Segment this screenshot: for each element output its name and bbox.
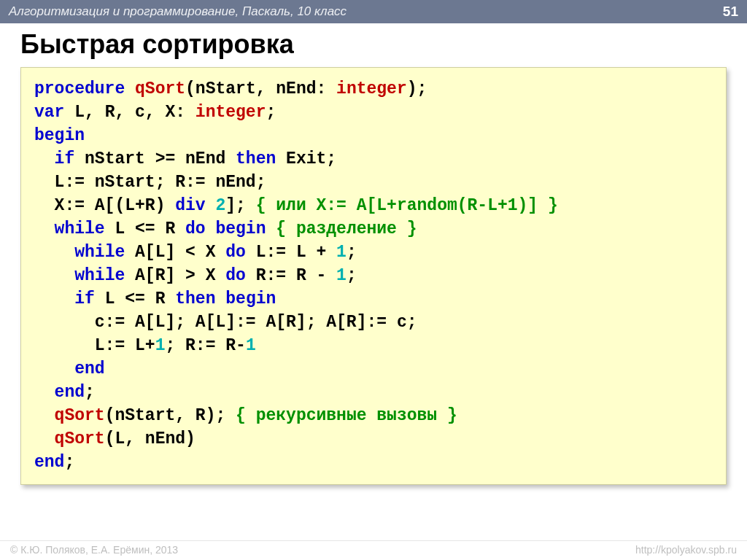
kw-end: end — [55, 383, 85, 402]
kw-begin: begin — [34, 126, 85, 145]
type-integer: integer — [336, 79, 407, 98]
copyright: © К.Ю. Поляков, Е.А. Ерёмин, 2013 — [10, 544, 178, 556]
code-text: X:= A[(L+R) — [34, 196, 165, 215]
num-literal: 1 — [246, 336, 256, 355]
code-text: ; — [347, 266, 357, 285]
code-text: Exit; — [276, 149, 336, 168]
kw-end: end — [74, 359, 104, 378]
type-integer: integer — [196, 103, 266, 122]
kw-while: while — [74, 243, 125, 262]
slide-title: Быстрая сортировка — [20, 29, 727, 60]
comment: { разделение } — [266, 219, 417, 238]
code-text: ; — [85, 383, 95, 402]
source-url: http://kpolyakov.spb.ru — [635, 544, 737, 556]
proc-name: qSort — [135, 79, 185, 98]
breadcrumb: Алгоритмизация и программирование, Паска… — [9, 4, 347, 19]
code-text: A[L] < X — [125, 243, 225, 262]
proc-call: qSort — [55, 429, 105, 448]
kw-if: if — [74, 289, 95, 308]
num-literal: 2 — [215, 196, 225, 215]
code-text: L, R, c, X: — [64, 103, 195, 122]
kw-begin: begin — [215, 289, 276, 308]
code-text: ; R:= R- — [165, 336, 245, 355]
code-text: L:= L+ — [34, 336, 155, 355]
page-number: 51 — [723, 4, 738, 20]
code-text: ; — [266, 103, 276, 122]
kw-end: end — [34, 453, 64, 472]
comment: { рекурсивные вызовы } — [236, 406, 457, 425]
code-text: L:= L + — [246, 243, 336, 262]
code-text: (nStart, R); — [105, 406, 236, 425]
proc-call: qSort — [55, 406, 105, 425]
kw-then: then — [236, 149, 276, 168]
code-text: L <= R — [105, 219, 185, 238]
num-literal: 1 — [336, 243, 347, 262]
kw-procedure: procedure — [34, 79, 125, 98]
kw-while: while — [55, 219, 105, 238]
kw-do: do — [225, 243, 246, 262]
kw-do: do — [225, 266, 246, 285]
code-text: nStart >= nEnd — [74, 149, 236, 168]
kw-if: if — [55, 149, 75, 168]
kw-begin: begin — [206, 219, 266, 238]
num-literal: 1 — [336, 266, 347, 285]
code-text: R:= R - — [246, 266, 336, 285]
footer: © К.Ю. Поляков, Е.А. Ерёмин, 2013 http:/… — [0, 540, 747, 556]
kw-div: div — [165, 196, 215, 215]
code-text: ; — [64, 453, 74, 472]
code-text: ; — [347, 243, 357, 262]
code-text: ); — [407, 79, 427, 98]
kw-then: then — [175, 289, 215, 308]
code-text: L:= nStart; R:= nEnd; — [34, 173, 266, 192]
kw-while: while — [74, 266, 125, 285]
code-text: L <= R — [95, 289, 175, 308]
kw-do: do — [185, 219, 206, 238]
code-text: A[R] > X — [125, 266, 225, 285]
code-text: (L, nEnd) — [105, 429, 196, 448]
code-text: c:= A[L]; A[L]:= A[R]; A[R]:= c; — [34, 313, 417, 332]
code-text: ]; — [225, 196, 255, 215]
kw-var: var — [34, 103, 64, 122]
comment: { или X:= A[L+random(R-L+1)] } — [256, 196, 558, 215]
header-bar: Алгоритмизация и программирование, Паска… — [0, 0, 747, 23]
slide-body: Быстрая сортировка procedure qSort(nStar… — [0, 23, 747, 485]
num-literal: 1 — [155, 336, 166, 355]
code-block: procedure qSort(nStart, nEnd: integer); … — [20, 67, 727, 485]
code-text: (nStart, nEnd: — [185, 79, 336, 98]
